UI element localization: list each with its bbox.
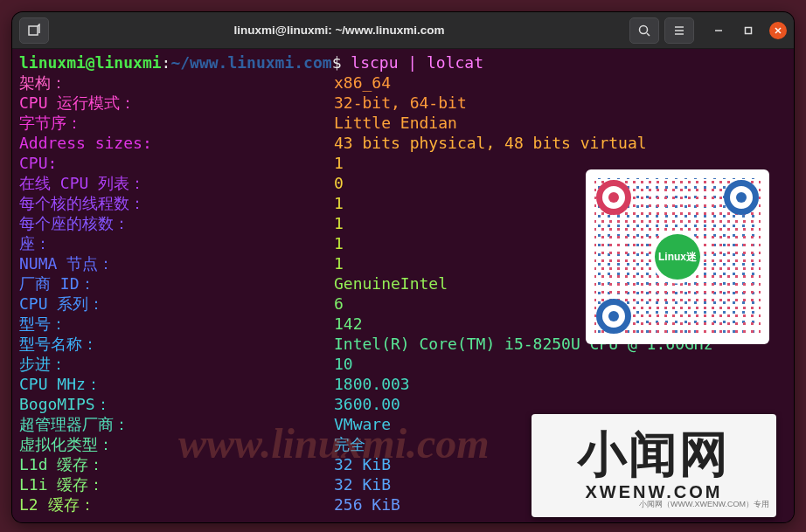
maximize-button[interactable] xyxy=(740,22,757,39)
close-icon xyxy=(774,26,782,35)
output-row: 架构：x86_64 xyxy=(19,73,787,93)
field-label: 虚拟化类型： xyxy=(19,434,334,454)
field-label: CPU 运行模式： xyxy=(19,93,334,113)
new-tab-icon xyxy=(27,24,41,38)
output-row: 步进：10 xyxy=(19,354,787,374)
window-controls xyxy=(710,22,787,39)
site-badge: 小闻网 XWENW.COM 小闻网（WWW.XWENW.COM）专用 xyxy=(532,414,776,517)
output-row: BogoMIPS：3600.00 xyxy=(19,394,787,414)
minimize-button[interactable] xyxy=(710,22,727,39)
minimize-icon xyxy=(714,26,723,35)
field-value: 32 KiB xyxy=(334,454,391,474)
output-row: CPU MHz：1800.003 xyxy=(19,374,787,394)
svg-point-1 xyxy=(640,25,648,33)
field-label: Address sizes: xyxy=(19,133,334,153)
terminal-body[interactable]: linuxmi@linuxmi:~/www.linuxmi.com$ lscpu… xyxy=(12,49,794,522)
field-label: BogoMIPS： xyxy=(19,394,334,414)
close-button[interactable] xyxy=(769,22,787,39)
field-value: GenuineIntel xyxy=(334,273,448,294)
field-label: NUMA 节点： xyxy=(19,253,334,273)
field-label: 座： xyxy=(19,233,334,253)
field-value: 1 xyxy=(334,193,344,213)
field-label: 型号名称： xyxy=(19,334,334,354)
field-value: 32 KiB xyxy=(334,474,391,494)
field-label: 在线 CPU 列表： xyxy=(19,173,334,193)
field-value: 256 KiB xyxy=(334,494,400,515)
field-label: 步进： xyxy=(19,354,334,374)
field-value: 43 bits physical, 48 bits virtual xyxy=(334,133,647,153)
field-label: CPU MHz： xyxy=(19,374,334,394)
qr-finder-icon xyxy=(596,180,631,215)
prompt-path: ~/www.linuxmi.com xyxy=(170,53,331,72)
prompt-symbol: $ xyxy=(332,53,351,72)
qr-finder-icon xyxy=(724,180,759,215)
field-label: CPU 系列： xyxy=(19,294,334,314)
qr-overlay: Linux迷 xyxy=(586,169,769,344)
command-text: lscpu | lolcat xyxy=(351,53,483,72)
field-value: 1 xyxy=(334,253,344,273)
svg-rect-7 xyxy=(746,27,752,33)
field-label: 超管理器厂商： xyxy=(19,414,334,434)
output-row: 字节序：Little Endian xyxy=(19,113,787,133)
field-label: 厂商 ID： xyxy=(19,273,334,294)
field-label: 每个核的线程数： xyxy=(19,193,334,213)
field-value: 10 xyxy=(334,354,353,374)
field-label: 架构： xyxy=(19,73,334,93)
new-tab-button[interactable] xyxy=(19,17,49,44)
field-value: 完全 xyxy=(334,434,365,454)
field-value: 3600.00 xyxy=(334,394,400,414)
menu-button[interactable] xyxy=(664,17,694,44)
hamburger-icon xyxy=(672,24,686,38)
badge-footer: 小闻网（WWW.XWENW.COM）专用 xyxy=(639,494,769,515)
badge-title: 小闻网 xyxy=(578,430,730,479)
field-label: 每个座的核数： xyxy=(19,213,334,233)
search-icon xyxy=(637,24,651,38)
field-value: 32-bit, 64-bit xyxy=(334,93,467,113)
output-row: CPU 运行模式：32-bit, 64-bit xyxy=(19,93,787,113)
field-label: CPU: xyxy=(19,153,334,173)
svg-rect-0 xyxy=(29,26,38,35)
field-label: 字节序： xyxy=(19,113,334,133)
field-label: L1d 缓存： xyxy=(19,454,334,474)
field-value: 1800.003 xyxy=(334,374,410,394)
field-value: VMware xyxy=(334,414,391,434)
qr-finder-icon xyxy=(596,299,631,334)
prompt-line: linuxmi@linuxmi:~/www.linuxmi.com$ lscpu… xyxy=(19,52,787,73)
field-label: 型号： xyxy=(19,314,334,334)
search-button[interactable] xyxy=(629,17,659,44)
terminal-window: linuxmi@linuxmi: ~/www.linuxmi.com linux… xyxy=(12,12,794,522)
field-value: 0 xyxy=(334,173,344,193)
field-value: 6 xyxy=(334,294,344,314)
field-value: 1 xyxy=(334,153,344,173)
prompt-userhost: linuxmi@linuxmi xyxy=(19,53,162,72)
titlebar: linuxmi@linuxmi: ~/www.linuxmi.com xyxy=(12,12,794,49)
field-label: L2 缓存： xyxy=(19,494,334,515)
output-row: Address sizes:43 bits physical, 48 bits … xyxy=(19,133,787,153)
field-value: 1 xyxy=(334,213,344,233)
field-value: 1 xyxy=(334,233,344,253)
maximize-icon xyxy=(744,26,753,35)
field-value: x86_64 xyxy=(334,73,391,93)
svg-line-2 xyxy=(647,33,650,36)
field-value: Little Endian xyxy=(334,113,457,133)
window-title: linuxmi@linuxmi: ~/www.linuxmi.com xyxy=(233,24,444,37)
qr-logo: Linux迷 xyxy=(655,234,700,280)
field-value: 142 xyxy=(334,314,363,334)
field-label: L1i 缓存： xyxy=(19,474,334,494)
